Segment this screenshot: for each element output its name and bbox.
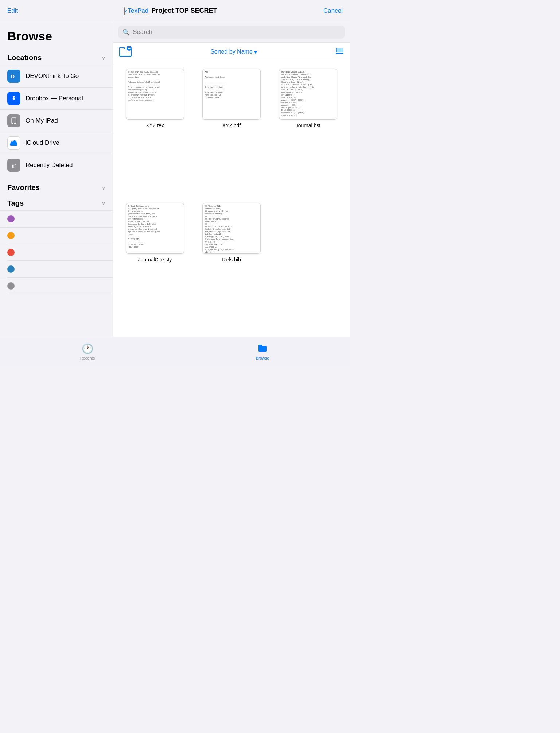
chevron-left-icon: ‹ [125,7,127,15]
search-input[interactable] [133,28,341,36]
tags-label: Tags [7,199,24,208]
file-thumbnail: % Use only LaTeX2e, calling the article.… [126,69,184,120]
file-thumbnail: %% This is file 'bibunits.bst', %% gener… [202,203,261,254]
file-preview-text: XYZ Abstract text here ─────────────────… [205,71,226,99]
svg-text:🗑: 🗑 [11,163,17,169]
svg-point-17 [336,50,337,52]
sort-label: Sorted by Name [210,49,253,55]
file-preview-text: % What follows is a slightly modified ve… [128,205,160,249]
file-name: Journal.bst [296,123,320,128]
file-thumbnail: % What follows is a slightly modified ve… [126,203,184,254]
tag-dot [7,265,15,273]
svg-point-7 [13,123,14,124]
recents-icon: 🕐 [82,343,93,354]
chevron-down-icon: ∨ [102,55,105,61]
file-preview-text: @article{Zhang:2013lu, author = {Zhang, … [281,71,314,117]
ipad-label: On My iPad [26,117,58,124]
sort-chevron-icon: ▾ [254,49,257,55]
file-item[interactable]: XYZ Abstract text here ─────────────────… [197,69,266,195]
file-name: Refs.bib [222,257,241,263]
tag-dot [7,215,15,222]
file-name: JournalCite.sty [138,257,172,263]
tag-dot [7,249,15,256]
file-item[interactable]: @article{Zhang:2013lu, author = {Zhang, … [273,69,343,195]
favorites-chevron-icon: ∨ [102,185,105,191]
file-item[interactable]: %% This is file 'bibunits.bst', %% gener… [197,203,266,330]
locations-label: Locations [7,54,42,62]
file-thumbnail: @article{Zhang:2013lu, author = {Zhang, … [279,69,337,120]
file-name: XYZ.pdf [222,123,241,128]
sort-button[interactable]: Sorted by Name ▾ [210,49,257,55]
browse-title: Browse [0,22,113,49]
sidebar-item-devonthink[interactable]: D DEVONthink To Go [0,65,113,87]
ipad-icon [7,114,20,127]
back-button[interactable]: ‹ TexPad [124,7,149,15]
file-name: XYZ.tex [146,123,164,128]
page-title: Project TOP SECRET [151,7,217,15]
tags-chevron-icon: ∨ [102,201,105,206]
back-label: TexPad [128,7,148,15]
edit-button[interactable]: Edit [7,7,18,15]
file-item[interactable]: % Use only LaTeX2e, calling the article.… [120,69,190,195]
tag-item[interactable] [0,227,113,244]
tag-item[interactable] [0,210,113,227]
favorites-label: Favorites [7,183,40,192]
icloud-label: iCloud Drive [26,139,59,147]
locations-section-header[interactable]: Locations ∨ [0,49,113,65]
tag-dot [7,232,15,239]
nav-left: Edit [7,7,18,15]
icloud-icon [7,136,20,150]
browse-label: Browse [256,356,269,360]
tags-section-header[interactable]: Tags ∨ [0,195,113,210]
file-preview-text: %% This is file 'bibunits.bst', %% gener… [205,205,234,254]
tab-browse[interactable]: Browse [175,343,350,360]
nav-bar: Edit ‹ TexPad Project TOP SECRET Cancel [0,0,350,22]
list-view-button[interactable] [335,47,344,57]
file-item[interactable]: % What follows is a slightly modified ve… [120,203,190,330]
svg-point-16 [336,48,337,50]
file-thumbnail: XYZ Abstract text here ─────────────────… [202,69,261,120]
new-folder-button[interactable] [119,46,132,57]
svg-text:D: D [11,74,15,79]
search-input-wrap: 🔍 [118,26,345,39]
tab-recents[interactable]: 🕐 Recents [0,343,175,360]
files-grid: % Use only LaTeX2e, calling the article.… [113,61,350,337]
recents-label: Recents [80,356,95,360]
dropbox-icon [7,92,20,105]
tags-container [0,210,113,294]
title-area: ‹ TexPad Project TOP SECRET [18,7,323,15]
tag-item[interactable] [0,261,113,277]
recently-deleted-label: Recently Deleted [26,162,73,169]
toolbar-row: Sorted by Name ▾ [113,43,350,61]
browse-icon [258,343,267,354]
cancel-button[interactable]: Cancel [323,7,343,15]
sidebar-item-recently-deleted[interactable]: 🗑 Recently Deleted [0,154,113,176]
tag-item[interactable] [0,244,113,260]
svg-point-18 [336,53,337,54]
favorites-section-header[interactable]: Favorites ∨ [0,179,113,195]
devonthink-icon: D [7,70,20,83]
devonthink-label: DEVONthink To Go [26,73,79,80]
trash-icon: 🗑 [7,159,20,172]
file-preview-text: % Use only LaTeX2e, calling the article.… [128,71,160,102]
search-icon: 🔍 [122,29,130,36]
content-area: 🔍 Sorted by Name ▾ [113,22,350,337]
sidebar-item-dropbox[interactable]: Dropbox — Personal [0,87,113,109]
tab-bar: 🕐 Recents Browse [0,337,350,366]
tag-dot [7,282,15,290]
svg-rect-6 [12,118,16,123]
main-content: Browse Locations ∨ D DEVONthink To Go Dr… [0,22,350,337]
sidebar: Browse Locations ∨ D DEVONthink To Go Dr… [0,22,113,337]
sidebar-item-ipad[interactable]: On My iPad [0,109,113,132]
tag-item[interactable] [0,278,113,294]
dropbox-label: Dropbox — Personal [26,95,83,102]
search-bar: 🔍 [113,22,350,43]
sidebar-item-icloud[interactable]: iCloud Drive [0,132,113,154]
